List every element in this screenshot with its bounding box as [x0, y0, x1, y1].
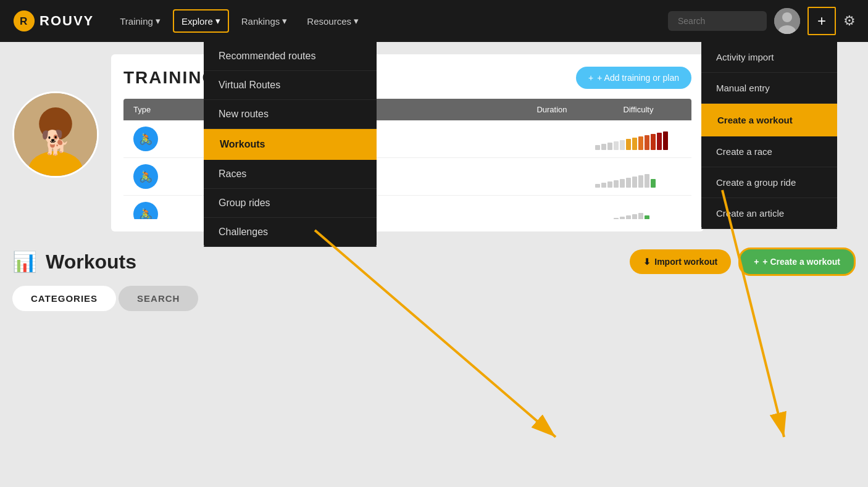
- workouts-bar-icon: 📊: [12, 250, 37, 273]
- nav-resources[interactable]: Resources ▾: [299, 10, 366, 31]
- explore-item-challenges[interactable]: Challenges: [204, 218, 377, 247]
- col-duration-header: Duration: [509, 105, 595, 114]
- nav-items: Training ▾ Explore ▾ Rankings ▾ Resource…: [112, 9, 649, 33]
- chevron-down-icon: ▾: [156, 15, 161, 27]
- tab-categories[interactable]: CATEGORIES: [12, 286, 116, 311]
- cycling-icon: 🚴: [133, 164, 158, 189]
- cycling-icon: 🚴: [133, 127, 158, 151]
- avatar[interactable]: [774, 8, 800, 34]
- row-difficulty-high: [595, 128, 682, 150]
- plus-item-activity-import[interactable]: Activity import: [701, 42, 837, 73]
- brand-name: ROUVY: [40, 13, 94, 29]
- import-workout-button[interactable]: ⬇ Import workout: [630, 249, 731, 274]
- nav-training[interactable]: Training ▾: [112, 10, 168, 31]
- svg-text:R: R: [20, 15, 28, 27]
- plus-item-create-race[interactable]: Create a race: [701, 136, 837, 167]
- workouts-header: 📊 Workouts ⬇ Import workout + + Create a…: [12, 238, 856, 286]
- tabs-row: CATEGORIES SEARCH: [12, 286, 856, 311]
- chevron-down-icon: ▾: [282, 15, 287, 27]
- tab-search[interactable]: SEARCH: [119, 286, 198, 311]
- plus-button[interactable]: +: [807, 7, 836, 35]
- chevron-down-icon: ▾: [215, 15, 220, 27]
- cycling-icon: 🚴: [133, 202, 158, 219]
- explore-item-new-routes[interactable]: New routes: [204, 100, 377, 129]
- workouts-actions: ⬇ Import workout + + Create a workout: [630, 248, 856, 276]
- col-difficulty-header: Difficulty: [595, 105, 682, 114]
- navbar: R ROUVY Training ▾ Explore ▾ Rankings ▾ …: [0, 0, 868, 42]
- workouts-section: 📊 Workouts ⬇ Import workout + + Create a…: [0, 238, 868, 323]
- plus-item-create-group-ride[interactable]: Create a group ride: [701, 167, 837, 198]
- chevron-down-icon: ▾: [354, 15, 359, 27]
- add-training-button[interactable]: + + Add training or plan: [576, 67, 691, 89]
- user-profile-avatar: 🐕: [12, 91, 99, 178]
- explore-item-virtual[interactable]: Virtual Routes: [204, 71, 377, 100]
- plus-icon: +: [754, 257, 759, 267]
- create-workout-button[interactable]: + + Create a workout: [738, 248, 856, 276]
- workouts-title: 📊 Workouts: [12, 250, 136, 273]
- plus-dropdown: Activity import Manual entry Create a wo…: [701, 42, 837, 229]
- plus-item-create-article[interactable]: Create an article: [701, 198, 837, 229]
- explore-item-workouts[interactable]: Workouts: [204, 129, 377, 160]
- svg-text:🐕: 🐕: [41, 128, 70, 157]
- explore-item-races[interactable]: Races: [204, 160, 377, 189]
- explore-item-group-rides[interactable]: Group rides: [204, 189, 377, 218]
- download-icon: ⬇: [643, 257, 651, 267]
- gear-icon[interactable]: ⚙: [843, 13, 856, 29]
- plus-item-manual-entry[interactable]: Manual entry: [701, 73, 837, 104]
- logo[interactable]: R ROUVY: [12, 9, 94, 33]
- nav-right: + ⚙: [668, 7, 856, 35]
- nav-explore[interactable]: Explore ▾: [173, 9, 229, 33]
- row-difficulty-medium: [595, 165, 682, 188]
- row-difficulty-low: [595, 203, 682, 219]
- plus-icon: +: [588, 73, 593, 83]
- svg-point-3: [782, 12, 792, 22]
- nav-rankings[interactable]: Rankings ▾: [234, 10, 295, 31]
- plus-item-create-workout[interactable]: Create a workout: [701, 104, 837, 136]
- explore-item-recommended[interactable]: Recommended routes: [204, 42, 377, 71]
- search-input[interactable]: [668, 11, 767, 31]
- training-diary: TRAINING DIARY + + Add training or plan …: [111, 54, 704, 231]
- explore-dropdown: Recommended routes Virtual Routes New ro…: [204, 42, 377, 247]
